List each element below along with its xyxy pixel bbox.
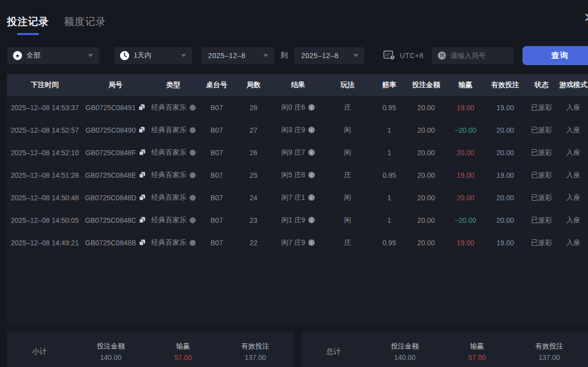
cell-result: 闲9 庄7 i xyxy=(272,148,324,157)
summary-stat: 有效投注 137.00 xyxy=(535,342,563,361)
cell-game-type: 经典百家乐 xyxy=(148,148,199,157)
cell-valid-bet: 20.00 xyxy=(486,194,524,202)
date-from-picker[interactable]: 2025–12–8 xyxy=(201,47,274,64)
table-header: 下注时间局号类型桌台号局数结果玩法赔率投注金额输赢有效投注状态游戏模式 xyxy=(7,74,588,96)
cell-valid-bet: 19.00 xyxy=(486,239,524,247)
cell-odds: 1 xyxy=(371,149,407,157)
cell-status: 已派彩 xyxy=(524,171,558,180)
table-row[interactable]: 2025–12–08 14:50:05 GB0725C0848C 经典百家乐 B… xyxy=(7,209,588,231)
cell-win-loss: −20.00 xyxy=(445,216,486,224)
cell-game-type: 经典百家乐 xyxy=(148,126,199,135)
chevron-down-icon xyxy=(88,54,93,57)
copy-icon[interactable] xyxy=(139,172,146,178)
date-to-picker[interactable]: 2025–12–8 xyxy=(294,47,364,64)
close-icon[interactable]: ✕ xyxy=(583,11,588,24)
table-row[interactable]: 2025–12–08 14:52:57 GB0725C08490 经典百家乐 B… xyxy=(7,119,588,141)
summary-stat: 有效投注 137.00 xyxy=(241,342,269,361)
copy-icon[interactable] xyxy=(139,149,146,156)
info-icon[interactable]: i xyxy=(308,194,315,201)
time-range-dropdown[interactable]: 1天内 xyxy=(114,47,192,64)
game-type-dot-icon[interactable] xyxy=(190,150,196,156)
cell-round-no: 24 xyxy=(235,194,272,202)
cell-bet-amount: 20.00 xyxy=(407,194,445,202)
cell-table-no: B07 xyxy=(199,194,235,202)
cell-round-no: 27 xyxy=(235,126,272,134)
info-icon[interactable]: i xyxy=(308,149,315,156)
info-icon[interactable]: i xyxy=(308,172,315,178)
cell-status: 已派彩 xyxy=(524,216,558,225)
timezone-indicator[interactable]: UTC+8 xyxy=(383,50,423,62)
game-type-dot-icon[interactable] xyxy=(190,195,196,201)
game-type-dot-icon[interactable] xyxy=(190,172,196,178)
column-header: 局数 xyxy=(235,81,272,90)
summary-stat-value: 137.00 xyxy=(535,353,563,361)
cell-bet-time: 2025–12–08 14:52:10 xyxy=(7,149,83,157)
cell-odds: 1 xyxy=(371,194,407,202)
cell-round-id: GB0725C0848B xyxy=(83,239,148,247)
info-icon[interactable]: i xyxy=(308,104,315,111)
summary-panel: 小计 投注金额 140.00 输赢 57.00 有效投注 137.00 xyxy=(7,331,294,367)
table-row[interactable]: 2025–12–08 14:52:10 GB0725C0848F 经典百家乐 B… xyxy=(7,141,588,164)
cell-play: 闲 xyxy=(324,193,371,202)
cell-status: 已派彩 xyxy=(524,193,558,202)
copy-icon[interactable] xyxy=(139,217,146,223)
cell-game-mode: 入座 xyxy=(558,193,588,202)
cell-status: 已派彩 xyxy=(524,126,558,135)
summary-stat-value: 137.00 xyxy=(241,353,269,361)
game-type-dropdown[interactable]: ♠ 全部 xyxy=(7,47,99,64)
info-icon[interactable]: i xyxy=(308,127,315,133)
cell-play: 庄 xyxy=(324,103,371,112)
summary-stat: 输赢 57.00 xyxy=(174,342,192,361)
copy-icon[interactable] xyxy=(139,194,146,201)
game-type-value: 全部 xyxy=(27,51,41,60)
tab-bet-records-label: 投注记录 xyxy=(7,15,49,29)
game-type-dot-icon[interactable] xyxy=(190,240,196,246)
game-type-dot-icon[interactable] xyxy=(190,105,196,111)
table-row[interactable]: 2025–12–08 14:53:37 GB0725C08491 经典百家乐 B… xyxy=(7,96,588,119)
date-range-to-label: 到 xyxy=(281,51,288,60)
cell-odds: 0.95 xyxy=(371,171,407,179)
table-row[interactable]: 2025–12–08 14:49:21 GB0725C0848B 经典百家乐 B… xyxy=(7,231,588,254)
cell-table-no: B07 xyxy=(199,216,235,224)
summary-stat-value: 57.00 xyxy=(174,353,192,361)
summary-stat-label: 投注金额 xyxy=(97,342,125,351)
summary-stat-label: 输赢 xyxy=(468,342,486,351)
time-range-value: 1天内 xyxy=(134,51,152,60)
cell-valid-bet: 20.00 xyxy=(486,149,524,157)
copy-icon[interactable] xyxy=(139,127,145,133)
cell-game-mode: 入座 xyxy=(558,126,588,135)
game-type-dot-icon[interactable] xyxy=(190,217,196,223)
cell-game-mode: 入座 xyxy=(558,238,588,247)
tab-quota-records[interactable]: 额度记录 xyxy=(64,15,106,35)
column-header: 输赢 xyxy=(445,81,486,90)
cell-game-mode: 入座 xyxy=(558,148,588,157)
cell-game-mode: 入座 xyxy=(558,103,588,112)
summary-stat-value: 140.00 xyxy=(97,353,125,361)
summary-panel-label: 总计 xyxy=(326,347,366,356)
round-search-input[interactable] xyxy=(450,52,507,60)
cell-bet-time: 2025–12–08 14:51:28 xyxy=(7,171,83,179)
query-button[interactable]: 查询 xyxy=(522,46,588,65)
summary-stat: 投注金额 140.00 xyxy=(97,342,125,361)
game-type-dot-icon[interactable] xyxy=(190,127,196,133)
copy-icon[interactable] xyxy=(139,239,146,246)
cell-round-no: 28 xyxy=(235,104,272,112)
tab-bar: 投注记录 额度记录 xyxy=(7,15,106,35)
filter-bar: ♠ 全部 1天内 2025–12–8 到 2025–12–8 UTC+8 局 xyxy=(7,47,588,64)
table-row[interactable]: 2025–12–08 14:50:48 GB0725C0848D 经典百家乐 B… xyxy=(7,186,588,209)
info-icon[interactable]: i xyxy=(308,217,315,223)
summary-stats: 投注金额 140.00 输赢 57.00 有效投注 137.00 xyxy=(366,342,588,361)
cell-round-no: 26 xyxy=(235,149,272,157)
cell-play: 闲 xyxy=(324,148,371,157)
copy-icon[interactable] xyxy=(139,104,145,111)
summary-panel-label: 小计 xyxy=(32,347,72,356)
column-header: 状态 xyxy=(524,81,558,90)
cell-odds: 0.95 xyxy=(371,104,407,112)
summary-stat-label: 输赢 xyxy=(174,342,192,351)
cell-game-mode: 入座 xyxy=(558,216,588,225)
summary-stat-label: 投注金额 xyxy=(391,342,419,351)
tab-bet-records[interactable]: 投注记录 xyxy=(7,15,49,35)
info-icon[interactable]: i xyxy=(308,239,315,246)
table-row[interactable]: 2025–12–08 14:51:28 GB0725C0848E 经典百家乐 B… xyxy=(7,164,588,186)
column-header: 玩法 xyxy=(324,81,371,90)
